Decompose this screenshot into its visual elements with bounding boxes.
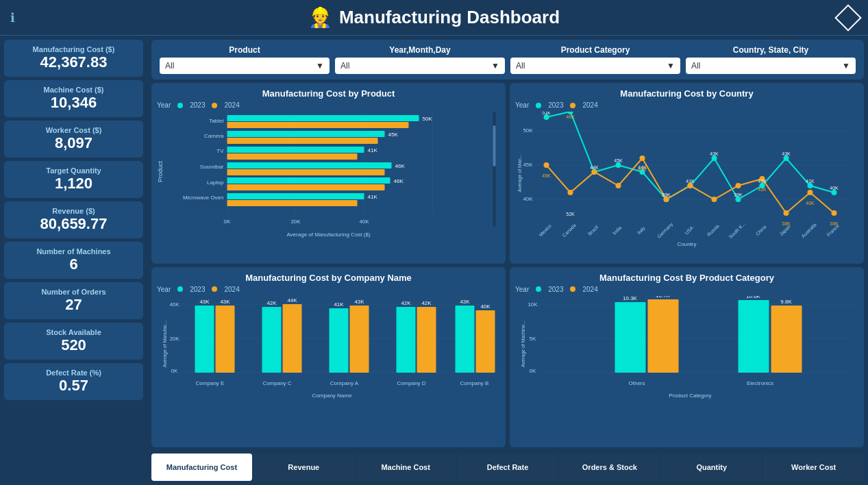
svg-text:10K: 10K (528, 301, 538, 308)
svg-text:10.6K: 10.6K (746, 296, 761, 299)
svg-text:52K: 52K (566, 212, 575, 216)
filter-location-chevron: ▼ (842, 61, 850, 71)
svg-text:Brazil: Brazil (587, 224, 599, 236)
svg-text:41K: 41K (758, 179, 767, 184)
tab-revenue[interactable]: Revenue (253, 453, 354, 481)
svg-text:40K: 40K (480, 303, 491, 310)
svg-text:43K: 43K (354, 299, 364, 305)
svg-text:43K: 43K (710, 151, 719, 156)
svg-rect-107 (216, 306, 235, 373)
legend-company-2024-dot (212, 286, 217, 292)
chart-company-legend: Year 2023 2024 (157, 286, 500, 293)
svg-text:43K: 43K (199, 299, 210, 305)
top-charts-row: Manufacturing Cost by Product Year 2023 … (151, 83, 864, 264)
tab-worker-cost[interactable]: Worker Cost (763, 453, 864, 481)
svg-text:40K: 40K (169, 301, 179, 308)
svg-text:Canada: Canada (562, 223, 577, 238)
bottom-charts-row: Manufacturing Cost by Company Name Year … (151, 267, 864, 448)
filter-product-value: All (165, 61, 174, 71)
info-icon[interactable]: ℹ (10, 10, 15, 25)
svg-text:Electronics: Electronics (747, 380, 773, 386)
kpi-manufacturing-cost: Manufacturing Cost ($) 42,367.83 (4, 40, 143, 77)
svg-text:45K: 45K (523, 162, 533, 168)
svg-rect-122 (417, 307, 436, 373)
svg-text:43K: 43K (460, 299, 470, 305)
filter-product-chevron: ▼ (316, 61, 324, 71)
chart-country-legend: Year 2023 2024 (515, 101, 858, 109)
svg-rect-12 (227, 131, 385, 137)
svg-text:Company D: Company D (397, 380, 425, 386)
chart-manufacturing-by-company: Manufacturing Cost by Company Name Year … (151, 267, 506, 448)
tab-orders-stock[interactable]: Orders & Stock (559, 453, 660, 481)
svg-rect-121 (397, 307, 416, 373)
svg-text:Tablet: Tablet (209, 118, 224, 124)
main-layout: Manufacturing Cost ($) 42,367.83 Machine… (0, 36, 868, 485)
tab-quantity[interactable]: Quantity (661, 453, 762, 481)
svg-rect-8 (227, 115, 419, 121)
svg-rect-106 (195, 306, 214, 373)
svg-text:Average of Man...: Average of Man... (517, 154, 523, 192)
tab-machine-cost[interactable]: Machine Cost (356, 453, 456, 481)
kpi-defect-rate-value: 0.57 (11, 377, 136, 395)
svg-text:0K: 0K (530, 368, 536, 374)
page-title: Manufacturing Dashboard (339, 7, 560, 28)
chart-country-title: Manufacturing Cost by Country (515, 88, 858, 99)
filter-location-select[interactable]: All ▼ (686, 58, 856, 74)
svg-text:39K: 39K (662, 192, 671, 197)
filter-date: Year,Month,Day All ▼ (335, 45, 505, 74)
svg-text:Camera: Camera (204, 133, 224, 139)
kpi-num-orders-value: 27 (11, 296, 136, 314)
chart-company-title: Manufacturing Cost by Company Name (157, 273, 500, 283)
svg-rect-32 (493, 125, 496, 166)
filter-category-select[interactable]: All ▼ (510, 58, 680, 74)
svg-point-52 (832, 190, 837, 195)
svg-text:Average of Manufac...: Average of Manufac... (162, 320, 168, 366)
svg-rect-111 (262, 307, 282, 373)
filter-category-chevron: ▼ (667, 61, 675, 71)
filter-date-chevron: ▼ (491, 61, 499, 71)
filter-category-value: All (516, 61, 525, 71)
svg-text:Laptop: Laptop (207, 179, 224, 186)
kpi-num-machines: Number of Machines 6 (4, 242, 143, 279)
svg-text:Russia: Russia (706, 223, 720, 237)
filter-category-label: Product Category (510, 45, 680, 55)
filter-category: Product Category All ▼ (510, 45, 680, 74)
chart-company-svg: 40K 20K 0K Average of Manufac... 43K 43K… (157, 296, 500, 402)
kpi-worker-cost: Worker Cost ($) 8,097 (4, 121, 143, 158)
svg-text:42K: 42K (758, 187, 767, 192)
svg-text:Others: Others (628, 380, 645, 386)
filter-location-label: Country, State, City (686, 45, 856, 55)
svg-text:20K: 20K (169, 336, 179, 342)
svg-rect-112 (283, 304, 302, 373)
filter-product: Product All ▼ (160, 45, 330, 74)
diamond-icon (834, 4, 862, 32)
kpi-stock-available-value: 520 (11, 336, 136, 354)
kpi-worker-cost-label: Worker Cost ($) (11, 126, 136, 134)
svg-text:42K: 42K (266, 300, 277, 306)
svg-text:41K: 41K (806, 179, 815, 184)
svg-rect-127 (476, 310, 495, 373)
svg-text:42K: 42K (401, 300, 411, 306)
svg-text:5K: 5K (530, 336, 536, 342)
svg-point-51 (808, 183, 813, 188)
filter-date-select[interactable]: All ▼ (335, 58, 505, 74)
tab-defect-rate[interactable]: Defect Rate (458, 453, 558, 481)
tab-manufacturing-cost[interactable]: Manufacturing Cost (151, 453, 252, 481)
filter-date-value: All (340, 61, 349, 71)
svg-text:43K: 43K (220, 299, 230, 305)
svg-rect-21 (227, 169, 385, 175)
svg-text:46K: 46K (566, 114, 575, 119)
svg-point-47 (712, 156, 717, 161)
kpi-revenue-label: Revenue ($) (11, 207, 136, 215)
svg-rect-24 (227, 177, 390, 184)
svg-text:41K: 41K (334, 301, 344, 308)
kpi-revenue: Revenue ($) 80,659.77 (4, 201, 143, 238)
svg-text:50K: 50K (523, 127, 533, 134)
svg-point-55 (592, 169, 597, 175)
filter-product-select[interactable]: All ▼ (160, 58, 330, 74)
svg-text:Australia: Australia (801, 222, 817, 238)
svg-text:India: India (612, 225, 623, 236)
svg-rect-140 (648, 299, 679, 373)
svg-point-53 (544, 162, 549, 168)
svg-text:Germany: Germany (656, 221, 674, 238)
